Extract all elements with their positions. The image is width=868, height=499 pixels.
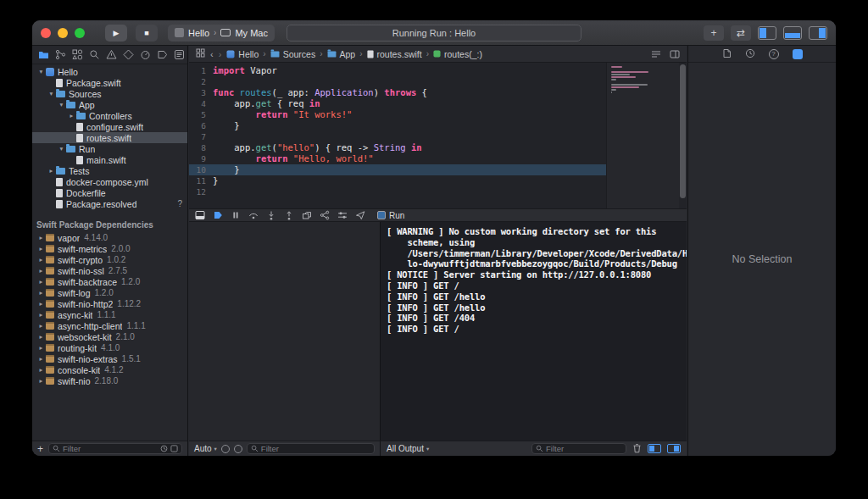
- related-items-icon[interactable]: [196, 48, 205, 59]
- environment-overrides-icon[interactable]: [337, 210, 348, 220]
- package-row[interactable]: ▸swift-backtrace1.2.0: [32, 276, 187, 287]
- console-filter-input[interactable]: Filter: [531, 443, 626, 454]
- info-icon[interactable]: [234, 445, 242, 453]
- library-button[interactable]: +: [704, 25, 724, 41]
- breadcrumb-item[interactable]: Sources: [270, 49, 316, 59]
- package-row[interactable]: ▸swift-metrics2.0.0: [32, 243, 187, 254]
- editor-layout-button[interactable]: ⇄: [731, 25, 751, 41]
- file-row[interactable]: ▾Sources: [32, 88, 187, 99]
- navigator-filter-input[interactable]: Filter: [48, 443, 182, 454]
- source-control-navigator-icon[interactable]: [55, 49, 66, 60]
- step-into-icon[interactable]: [266, 210, 276, 220]
- console-output-mode-dropdown[interactable]: All Output ▾: [387, 444, 429, 453]
- package-row[interactable]: ▸swift-nio-extras1.5.1: [32, 353, 187, 364]
- memory-graph-icon[interactable]: [320, 210, 330, 220]
- forward-button[interactable]: ›: [219, 49, 222, 59]
- toggle-navigator-button[interactable]: [758, 26, 776, 40]
- show-only-flagged-icon[interactable]: [221, 445, 230, 453]
- editor-options-icon[interactable]: [651, 50, 661, 58]
- package-row[interactable]: ▸websocket-kit2.1.0: [32, 331, 187, 342]
- variables-view-mode-dropdown[interactable]: Auto ▾: [194, 444, 217, 453]
- file-row[interactable]: configure.swift: [32, 121, 187, 132]
- disclosure-icon[interactable]: ▸: [36, 344, 46, 352]
- test-navigator-icon[interactable]: [123, 49, 134, 60]
- toggle-debug-area-button[interactable]: [783, 26, 802, 40]
- view-debugger-icon[interactable]: [302, 210, 312, 220]
- package-row[interactable]: ▸console-kit4.1.2: [32, 364, 187, 375]
- history-inspector-icon[interactable]: [745, 47, 755, 62]
- disclosure-icon[interactable]: ▸: [36, 333, 46, 341]
- run-button[interactable]: ▶: [105, 25, 127, 42]
- file-row[interactable]: ▸Controllers: [32, 110, 187, 121]
- disclosure-icon[interactable]: ▸: [36, 278, 46, 286]
- disclosure-icon[interactable]: ▸: [36, 300, 46, 308]
- package-row[interactable]: ▸vapor4.14.0: [32, 232, 187, 243]
- pause-icon[interactable]: [231, 210, 241, 220]
- quick-actions-icon[interactable]: [793, 49, 803, 59]
- package-row[interactable]: ▸routing-kit4.1.0: [32, 342, 187, 353]
- file-row[interactable]: ▾Hello: [32, 66, 187, 77]
- disclosure-icon[interactable]: ▸: [36, 377, 46, 385]
- close-button[interactable]: [41, 28, 51, 38]
- recent-files-icon[interactable]: [160, 445, 168, 452]
- show-variables-view-toggle[interactable]: [648, 444, 661, 453]
- titlebar[interactable]: ▶ ■ Hello › My Mac Running Run : Hello +…: [32, 20, 836, 46]
- disclosure-icon[interactable]: ▾: [57, 145, 66, 152]
- file-inspector-icon[interactable]: [722, 47, 732, 62]
- report-navigator-icon[interactable]: [174, 49, 185, 60]
- breadcrumb-item[interactable]: Hello: [226, 49, 259, 59]
- disclosure-icon[interactable]: ▾: [47, 90, 56, 97]
- project-navigator-icon[interactable]: [38, 49, 49, 60]
- add-editor-icon[interactable]: [670, 50, 680, 58]
- source-control-status-icon[interactable]: [170, 445, 178, 452]
- editor-scrollbar[interactable]: [679, 63, 687, 208]
- console[interactable]: [ WARNING ] No custom working directory …: [381, 222, 687, 441]
- source-editor[interactable]: 1import Vapor23func routes(_ app: Applic…: [189, 63, 687, 208]
- clear-console-button[interactable]: [632, 441, 642, 457]
- file-row[interactable]: Package.resolved?: [32, 198, 187, 209]
- package-row[interactable]: ▸swift-crypto1.0.2: [32, 254, 187, 265]
- breakpoints-toggle-icon[interactable]: [213, 210, 223, 220]
- minimap[interactable]: [606, 63, 679, 208]
- disclosure-icon[interactable]: ▸: [36, 245, 46, 252]
- file-row[interactable]: ▸Tests: [32, 165, 187, 176]
- quick-help-inspector-icon[interactable]: ?: [769, 49, 779, 59]
- breadcrumb-item[interactable]: routes(_:): [433, 49, 482, 59]
- variables-view[interactable]: [189, 222, 381, 441]
- package-row[interactable]: ▸swift-nio-http21.12.2: [32, 298, 187, 309]
- show-console-toggle[interactable]: [667, 444, 681, 453]
- disclosure-icon[interactable]: ▸: [36, 366, 46, 374]
- file-row[interactable]: Package.swift: [32, 77, 187, 88]
- back-button[interactable]: ‹: [210, 49, 214, 59]
- file-row[interactable]: main.swift: [32, 154, 187, 165]
- scheme-selector[interactable]: Hello › My Mac: [168, 25, 275, 42]
- package-row[interactable]: ▸async-http-client1.1.1: [32, 320, 187, 331]
- file-row[interactable]: routes.swift: [32, 132, 187, 143]
- disclosure-icon[interactable]: ▾: [57, 101, 66, 108]
- find-navigator-icon[interactable]: [89, 49, 100, 60]
- disclosure-icon[interactable]: ▾: [36, 68, 46, 75]
- breadcrumb-item[interactable]: routes.swift: [367, 49, 422, 59]
- step-over-icon[interactable]: [248, 210, 259, 220]
- add-file-button[interactable]: +: [37, 444, 43, 454]
- disclosure-icon[interactable]: ▸: [67, 112, 76, 119]
- disclosure-icon[interactable]: ▸: [36, 256, 46, 263]
- file-row[interactable]: ▾Run: [32, 143, 187, 154]
- package-row[interactable]: ▸swift-log1.2.0: [32, 287, 187, 298]
- simulate-location-icon[interactable]: [355, 210, 365, 220]
- step-out-icon[interactable]: [284, 210, 294, 220]
- symbols-navigator-icon[interactable]: [72, 49, 83, 60]
- variables-filter-input[interactable]: Filter: [247, 443, 375, 454]
- disclosure-icon[interactable]: ▸: [36, 322, 46, 330]
- breadcrumb-item[interactable]: App: [327, 49, 356, 59]
- breakpoint-navigator-icon[interactable]: [157, 49, 168, 60]
- disclosure-icon[interactable]: ▸: [36, 289, 46, 297]
- stop-button[interactable]: ■: [136, 25, 158, 42]
- process-selector[interactable]: Run: [377, 211, 404, 220]
- package-row[interactable]: ▸swift-nio-ssl2.7.5: [32, 265, 187, 276]
- disclosure-icon[interactable]: ▸: [36, 355, 46, 363]
- debug-navigator-icon[interactable]: [140, 49, 151, 60]
- toggle-inspector-button[interactable]: [809, 26, 827, 40]
- package-row[interactable]: ▸swift-nio2.18.0: [32, 375, 187, 386]
- hide-debug-area-icon[interactable]: [195, 210, 205, 220]
